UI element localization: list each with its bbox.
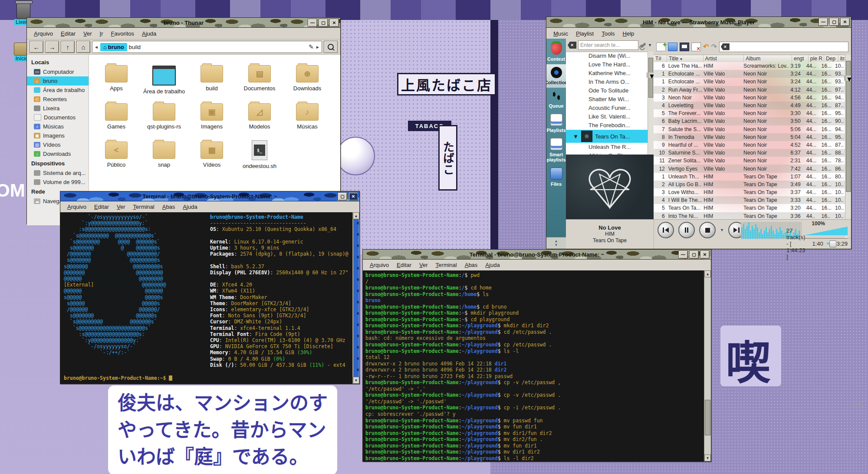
chevron-right-icon[interactable]: ► — [316, 45, 320, 49]
edit-path-icon[interactable]: ✎ — [309, 43, 314, 50]
thunar-menu-ir[interactable]: Ir — [96, 29, 107, 38]
collection-search-input[interactable]: Enter search te... — [578, 40, 638, 50]
terminal1-menu-ver[interactable]: Ver — [113, 202, 129, 211]
strawberry-menu-tools[interactable]: Tools — [598, 29, 618, 38]
terminal2-menu-terminal[interactable]: Terminal — [432, 260, 460, 270]
scroll-up-arrow[interactable]: ▲ — [353, 212, 359, 219]
tab-collection[interactable]: Collection — [546, 64, 566, 88]
file-item-snap[interactable]: snap — [141, 138, 187, 175]
stop-options-arrow[interactable]: ▼ — [720, 228, 724, 232]
playlist-row[interactable]: 2All Lips Go B...HIMTears On Tape3:4944.… — [654, 181, 845, 188]
sidebar-item-computador[interactable]: ▭Computador — [27, 67, 89, 76]
previous-button[interactable] — [658, 222, 674, 238]
scroll-down-arrow[interactable]: ▼ — [353, 377, 359, 384]
minimize-button[interactable]: — — [819, 18, 828, 26]
file-item-ondeestou-sh[interactable]: $_ondeestou.sh — [237, 138, 283, 175]
chevron-down-icon[interactable]: ▼ — [648, 43, 652, 47]
pause-button[interactable] — [678, 222, 695, 238]
forward-button[interactable]: → — [45, 41, 59, 53]
playlist-row[interactable]: 8In TrenodiaVille ValoNeon Noir5:0444...… — [654, 133, 845, 141]
playlist-row[interactable]: 3Love Witho...HIMTears On Tape3:3744...1… — [654, 188, 845, 196]
playlist-row[interactable]: 1Echolocate ...Ville ValoNeon Noir3:2444… — [654, 78, 845, 86]
strawberry-titlebar[interactable]: HIM - No Love — Strawberry Music Player … — [546, 17, 851, 28]
column-header-engt[interactable]: engt — [792, 55, 809, 63]
column-header-title[interactable]: Title ▼ — [667, 55, 704, 63]
up-button[interactable]: ↑ — [61, 41, 75, 53]
maximize-button[interactable]: ▢ — [338, 192, 347, 201]
tree-track[interactable]: Love The Hard... — [566, 60, 648, 69]
column-header-pler[interactable]: ple R — [809, 55, 824, 63]
terminal2-scrollbar[interactable]: ▲ ▼ — [704, 270, 711, 461]
clear-filter-icon[interactable]: ✕ — [721, 43, 730, 50]
wrench-icon[interactable] — [640, 43, 646, 48]
file-item--rea-de-trabalho[interactable]: Área de trabalho — [141, 62, 187, 99]
column-header-dep[interactable]: Dep — [824, 55, 838, 63]
clear-search-icon[interactable]: ✕ — [568, 42, 576, 49]
path-root-chip[interactable]: ⌂bruno — [100, 43, 127, 51]
column-header-album[interactable]: Album — [744, 55, 792, 63]
new-playlist-icon[interactable]: + — [656, 43, 666, 51]
close-button[interactable]: ✕ — [840, 18, 850, 26]
terminal2-screen[interactable]: bruno@bruno-System-Product-Name:/$ pwd/b… — [363, 270, 704, 461]
file-item-games[interactable]: Games — [93, 100, 139, 137]
tree-track[interactable]: Unleash The R... — [566, 143, 648, 151]
file-item-downloads[interactable]: ⊕Downloads — [284, 62, 330, 99]
stop-button[interactable] — [699, 222, 716, 238]
sidebar-item--rea-de-trabalho[interactable]: Área de trabalho — [27, 86, 89, 95]
column-header-t[interactable]: T# — [654, 55, 667, 63]
tree-track[interactable]: Like St. Valenti... — [566, 112, 648, 121]
volume-slider[interactable] — [804, 227, 848, 235]
sidebar-item-recentes[interactable]: ◴Recentes — [27, 95, 89, 104]
tab-scroll-arrows[interactable]: ▲▼ — [546, 237, 566, 249]
playlist-scrollbar[interactable]: ▲ ▼ — [845, 55, 851, 220]
terminal1-scrollbar[interactable]: ▲ ▼ — [352, 212, 359, 384]
playlist-row[interactable]: 4I Will Be The...HIMTears On Tape3:3344.… — [654, 196, 845, 204]
playlist-row[interactable]: 10Saturnine S...Ville ValoNeon Noir6:374… — [654, 149, 845, 157]
tab-playlists[interactable]: Playlists — [546, 111, 566, 135]
thunar-titlebar[interactable]: bruno - Thunar — ▢ ✕ — [27, 18, 340, 28]
terminal1-menu-abas[interactable]: Abas — [159, 202, 179, 211]
terminal2-menu-arquivo[interactable]: Arquivo — [366, 260, 392, 270]
column-header-artist[interactable]: Artist — [704, 55, 744, 63]
file-item-apps[interactable]: Apps — [93, 62, 139, 99]
tree-track[interactable]: Katherine Whe... — [566, 69, 648, 78]
playlist-row[interactable]: 11Zener Solita...Ville ValoNeon Noir2:31… — [654, 157, 845, 165]
path-bar[interactable]: ◄ ⌂bruno build ✎ ► — [92, 41, 322, 53]
terminal1-menu-terminal[interactable]: Terminal — [130, 202, 158, 211]
playlist-row[interactable]: 1Unleash Th...HIMTears On Tape1:0744...1… — [654, 173, 845, 181]
file-item-modelos[interactable]: ◿Modelos — [237, 100, 283, 137]
sidebar-item-sistema-de-arq-[interactable]: Sistema de arq... — [27, 168, 89, 178]
back-button[interactable]: ← — [30, 41, 43, 53]
playlist-row[interactable]: 6Love The Ha...HIMScreamworks: Lov...3:1… — [654, 62, 845, 70]
thunar-menu-arquivo[interactable]: Arquivo — [30, 29, 56, 38]
playlist-row[interactable]: 2Run Away Fr...Ville ValoNeon Noir4:1244… — [654, 86, 845, 94]
playlist-row[interactable]: 9Heartful of ...Ville ValoNeon Noir4:524… — [654, 141, 845, 149]
terminal1-menu-ajuda[interactable]: Ajuda — [179, 202, 201, 211]
minimize-button[interactable]: — — [308, 19, 317, 27]
scroll-down-arrow[interactable]: ▼ — [845, 76, 851, 81]
playlist-row[interactable]: 5Tears On Ta...HIMTears On Tape3:2044...… — [654, 204, 845, 212]
redo-icon[interactable]: ↷ — [711, 43, 717, 51]
sidebar-item-imagens[interactable]: ▣Imagens — [27, 131, 89, 140]
thunar-menu-ajuda[interactable]: Ajuda — [138, 29, 160, 38]
terminal2-menu-ajuda[interactable]: Ajuda — [482, 260, 503, 270]
tree-track[interactable]: Shatter Me Wi... — [566, 95, 648, 104]
tab-smart-playlists[interactable]: Smart playlists — [546, 135, 566, 165]
file-item-qst-plugins-rs[interactable]: qst-plugins-rs — [141, 100, 187, 137]
collection-scrollbar[interactable]: ▲ ▼ — [648, 52, 654, 155]
strawberry-menu-help[interactable]: Help — [619, 29, 638, 38]
close-button[interactable]: ✕ — [700, 250, 710, 259]
playlist-row[interactable]: 12Vertigo EyesVille ValoNeon Noir7:4244.… — [654, 165, 845, 172]
scroll-up-arrow[interactable]: ▲ — [704, 270, 711, 277]
close-button[interactable]: ✕ — [329, 19, 339, 27]
sidebar-item-downloads[interactable]: ↓Downloads — [27, 149, 89, 158]
tab-files[interactable]: Files — [546, 165, 566, 189]
seek-slider[interactable] — [827, 243, 833, 244]
playlist-row[interactable]: 7Salute the S...Ville ValoNeon Noir5:064… — [654, 125, 845, 133]
terminal2-menu-ver[interactable]: Ver — [416, 260, 431, 270]
tree-track[interactable]: In The Arms O... — [566, 78, 648, 86]
clear-playlist-icon[interactable]: ✕ — [691, 43, 701, 51]
strawberry-menu-playlist[interactable]: Playlist — [572, 29, 597, 38]
scrollbar-thumb[interactable] — [705, 400, 710, 435]
terminal2-titlebar[interactable]: Terminal - bruno@bruno-System-Product-Na… — [363, 250, 711, 260]
